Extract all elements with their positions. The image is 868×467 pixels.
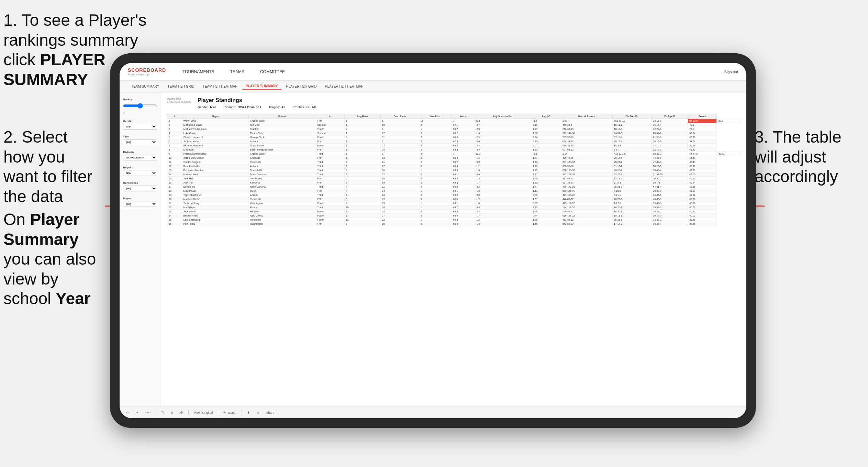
table-row: 6Jackson KoivunAuburnFirst17267.3-2.02.7… xyxy=(167,140,740,144)
separator-2 xyxy=(188,410,189,415)
nav-committee[interactable]: COMMITTEE xyxy=(257,68,288,76)
division-select[interactable]: NCAA Division I xyxy=(123,155,157,160)
copy-btn[interactable]: ⧉ xyxy=(160,410,165,415)
sub-nav-team-summary[interactable]: TEAM SUMMARY xyxy=(128,83,163,90)
filters-row: Gender: Men Division: NCAA Division I Re… xyxy=(198,105,316,109)
table-body: 1Wenyi DingArizona StateFirst1115167.1-3… xyxy=(167,119,740,226)
separator-4 xyxy=(242,410,242,415)
instruction-step2: 2. Select how you want to filter the dat… xyxy=(3,127,100,206)
table-row: 24Bastian AmatNew MexicoFourth127269.4-1… xyxy=(167,214,740,218)
logo-text: SCOREBOARD xyxy=(128,67,166,73)
table-row: 5Christo LamprechtGeorgia TechFourth2212… xyxy=(167,135,740,140)
col-vs-top-50: Vs Top 50 xyxy=(652,114,688,119)
sidebar-conference: Conference (All) xyxy=(123,181,157,191)
gender-select[interactable]: Men xyxy=(123,124,157,130)
view-btn[interactable]: View: Original xyxy=(192,410,214,415)
table-row: 11Gordon SargentVanderbiltThird421068.7-… xyxy=(167,160,740,164)
year-select[interactable]: (All) xyxy=(123,139,157,145)
table-row: 1Wenyi DingArizona StateFirst1115167.1-3… xyxy=(167,119,740,123)
table-row: 14Maxwell FordNorth CarolinaThird322069.… xyxy=(167,173,740,177)
col-avg-sg: Avg SG xyxy=(531,114,561,119)
table-row: 20Matthew RiedelVanderbiltFifth923068.8-… xyxy=(167,197,740,201)
sub-nav-player-h2h-heatmap[interactable]: PLAYER H2H HEATMAP xyxy=(322,83,367,90)
filter-gender: Gender: Men xyxy=(198,105,216,109)
logo-area: SCOREBOARD Powered by clippi xyxy=(128,67,166,76)
separator-1 xyxy=(156,410,156,415)
conference-label: Conference xyxy=(123,181,157,185)
col-adj-score: Adj. Score to Par xyxy=(474,114,531,119)
sidebar-player: Player (All) xyxy=(123,197,157,207)
top-nav: SCOREBOARD Powered by clippi TOURNAMENTS… xyxy=(120,63,746,81)
year-bold: Year xyxy=(56,289,90,308)
conference-select[interactable]: (All) xyxy=(123,186,157,191)
table-row: 8Mats EgeEast Tennessee StateFifth124268… xyxy=(167,148,740,152)
redo2-btn[interactable]: ↪↪ xyxy=(144,410,153,415)
nav-tournaments[interactable]: TOURNAMENTS xyxy=(180,68,217,76)
bottom-toolbar: ↩ ↪ ↪↪ ⧉ ⚙ ⏱ View: Original 👁 Watch ⬇ ☆ … xyxy=(120,407,746,418)
table-row: 25Cole SherwoodVanderbiltFourth1223169.3… xyxy=(167,218,740,222)
table-row: 15Jake HallTennesseeFifth718068.5-1.51.6… xyxy=(167,177,740,181)
filter-division: Division: NCAA Division I xyxy=(224,105,261,109)
tablet-screen: SCOREBOARD Powered by clippi TOURNAMENTS… xyxy=(120,63,746,418)
table-row: 19Tiger ChristensenArizonaThird523269.2-… xyxy=(167,193,740,197)
no-rds-slider[interactable] xyxy=(123,102,157,110)
region-select[interactable]: N/A xyxy=(123,170,157,176)
filter-conference: Conference: All xyxy=(293,105,316,109)
redo-btn[interactable]: ↪ xyxy=(134,410,140,415)
table-row: 9Preston SummerhaysArizona StateThird132… xyxy=(167,152,740,156)
sidebar-gender: Gender Men xyxy=(123,120,157,130)
player-select[interactable]: (All) xyxy=(123,201,157,207)
table-row: 12Brendan ValdesAuburnThird517068.4-1.11… xyxy=(167,164,740,168)
share-btn[interactable]: Share xyxy=(265,410,276,415)
undo-btn[interactable]: ↩ xyxy=(124,410,131,415)
table-area: Update time: 27/03/2024 16:56:26 Player … xyxy=(161,92,746,407)
year-label: Year xyxy=(123,135,157,138)
col-reg-rank: Reg Rank xyxy=(344,114,380,119)
player-standings-table: # Player School Yr Reg Rank Conf Rank No… xyxy=(167,114,740,226)
sub-nav-team-h2h-heatmap[interactable]: TEAM H2H HEATMAP xyxy=(199,83,241,90)
table-row: 23Jack LundinMissouriFourth1124068.6-2.3… xyxy=(167,210,740,214)
sign-out[interactable]: Sign out xyxy=(724,70,738,74)
table-row: 21Taehoon SongWashingtonFourth423169.1-1… xyxy=(167,201,740,205)
nav-teams[interactable]: TEAMS xyxy=(227,68,247,76)
separator-3 xyxy=(218,410,218,415)
instruction-on: On Player Summary you can also view by s… xyxy=(3,210,100,309)
sidebar-year: Year (All) xyxy=(123,135,157,145)
sub-nav-player-summary[interactable]: PLAYER SUMMARY xyxy=(242,83,281,90)
col-yr: Yr xyxy=(316,114,344,119)
section-title: Player Standings xyxy=(198,97,316,103)
table-row: 13Phichaksn MaichonTexas A&MThird630169.… xyxy=(167,168,740,173)
sidebar-division: Division NCAA Division I xyxy=(123,151,157,160)
col-points: Points xyxy=(688,114,717,119)
col-player: Player xyxy=(182,114,248,119)
tablet: SCOREBOARD Powered by clippi TOURNAMENTS… xyxy=(110,53,756,428)
nav-right: Sign out xyxy=(724,70,738,74)
sub-nav: TEAM SUMMARY TEAM H2H GRID TEAM H2H HEAT… xyxy=(120,81,746,92)
instruction-step3: 3. The table will adjust accordingly xyxy=(755,127,865,187)
watch-btn[interactable]: 👁 Watch xyxy=(222,410,238,415)
table-header-row: # Player School Yr Reg Rank Conf Rank No… xyxy=(167,114,740,119)
sidebar-region: Region N/A xyxy=(123,166,157,176)
table-row: 18Luke PowellUCLAFirst424169.1-1.81.1350… xyxy=(167,189,740,193)
update-time: Update time: 27/03/2024 16:56:26 xyxy=(167,97,191,103)
filter-region: Region: All xyxy=(269,105,286,109)
player-label: Player xyxy=(123,197,157,200)
division-label: Division xyxy=(123,151,157,154)
table-row: 17David FordNorth CarolinaThird421069.0-… xyxy=(167,185,740,189)
table-row: 4Luke ClatonFlorida StateSecond127268.2-… xyxy=(167,131,740,135)
download-btn[interactable]: ⬇ xyxy=(245,410,252,415)
table-row: 7Nicholas GabrelcikNorth FloridaFourth12… xyxy=(167,144,740,148)
sub-nav-team-h2h-grid[interactable]: TEAM H2H GRID xyxy=(164,83,198,90)
star-btn[interactable]: ☆ xyxy=(255,410,261,415)
no-rds-label: No Rds. xyxy=(123,98,157,101)
sub-nav-player-h2h-grid[interactable]: PLAYER H2H GRID xyxy=(283,83,320,90)
table-row: 3Michael ThorbjornsenStanfordFourth28168… xyxy=(167,127,740,131)
table-row: 22Ian GilliganFloridaThird1024168.7-0.81… xyxy=(167,205,740,210)
col-no-rds: No. Rds. xyxy=(419,114,452,119)
clock-btn[interactable]: ⏱ xyxy=(178,410,185,415)
settings-btn[interactable]: ⚙ xyxy=(169,410,175,415)
sidebar-no-rds: No Rds. 0 xyxy=(123,98,157,114)
table-row: 2Michael Le SassoOle MissSecond118067.1-… xyxy=(167,123,740,127)
col-school: School xyxy=(248,114,316,119)
gender-label: Gender xyxy=(123,120,157,123)
